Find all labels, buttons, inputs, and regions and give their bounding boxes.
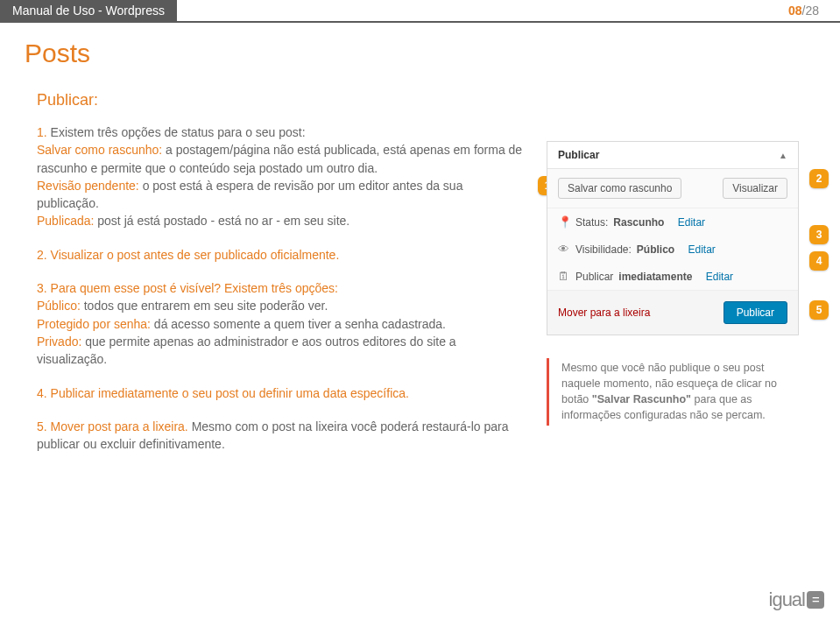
edit-status-link[interactable]: Editar <box>678 216 705 229</box>
panel-title: Publicar <box>558 149 599 161</box>
step-number: 4. <box>37 386 51 400</box>
callout-badge-3: 3 <box>809 225 829 244</box>
step-label: Mover post para a lixeira. <box>51 419 188 433</box>
step-number: 3. <box>37 281 51 295</box>
note-bold: "Salvar Rascunho" <box>592 393 691 405</box>
publish-value: imediatamente <box>618 271 692 283</box>
visibility-value: Público <box>637 243 674 256</box>
doc-title: Manual de Uso - Wordpress <box>0 0 177 23</box>
edit-visibility-link[interactable]: Editar <box>688 243 716 256</box>
save-draft-button[interactable]: Salvar como rascunho <box>558 178 681 199</box>
paragraph-4: 4. Publicar imediatamente o seu post ou … <box>37 384 527 402</box>
option-label: Salvar como rascunho: <box>37 143 162 157</box>
option-text: dá acesso somente a quem tiver a senha c… <box>151 317 446 331</box>
eye-icon: 👁 <box>558 243 570 256</box>
step-number: 1. <box>37 125 51 139</box>
pin-icon: 📍 <box>558 215 570 229</box>
callout-badge-2: 2 <box>809 169 829 188</box>
status-label: Status: <box>575 216 608 229</box>
step-text: Para quem esse post é visível? Existem t… <box>51 281 338 295</box>
page-current: 08 <box>788 4 802 18</box>
brand-icon: = <box>807 591 824 609</box>
option-label: Público: <box>37 299 81 313</box>
paragraph-1: 1. Existem três opções de status para o … <box>37 123 527 230</box>
schedule-row: 🗓 Publicar imediatamente Editar <box>547 263 798 290</box>
calendar-icon: 🗓 <box>558 270 570 283</box>
option-text: post já está postado - está no ar - em s… <box>94 214 349 228</box>
step-number: 2. <box>37 248 51 262</box>
option-text: todos que entrarem em seu site poderão v… <box>81 299 328 313</box>
step-text: Visualizar o post antes de ser publicado… <box>51 248 340 262</box>
panel-header[interactable]: Publicar ▲ <box>547 142 798 169</box>
brand-logo: igual= <box>769 588 824 611</box>
section-heading: Publicar: <box>37 91 815 109</box>
preview-button[interactable]: Visualizar <box>723 178 787 199</box>
option-label: Privado: <box>37 335 81 349</box>
paragraph-2: 2. Visualizar o post antes de ser public… <box>37 246 527 264</box>
brand-text: igual <box>769 588 805 610</box>
status-row: 📍 Status: Rascunho Editar <box>547 208 798 236</box>
status-value: Rascunho <box>613 216 664 229</box>
publish-button[interactable]: Publicar <box>724 301 787 324</box>
callout-badge-4: 4 <box>809 251 829 271</box>
option-label: Revisão pendente: <box>37 179 139 193</box>
page-number: 08/28 <box>788 4 819 18</box>
edit-schedule-link[interactable]: Editar <box>706 271 733 283</box>
chevron-up-icon: ▲ <box>779 151 787 160</box>
publish-label: Publicar <box>575 271 613 283</box>
page-total: /28 <box>802 4 819 18</box>
option-label: Publicada: <box>37 214 94 228</box>
option-label: Protegido por senha: <box>37 317 151 331</box>
paragraph-5: 5. Mover post para a lixeira. Mesmo com … <box>37 418 527 454</box>
move-to-trash-link[interactable]: Mover para a lixeira <box>558 306 650 319</box>
step-text: Publicar imediatamente o seu post ou def… <box>51 386 409 400</box>
visibility-label: Visibilidade: <box>575 243 632 256</box>
step-number: 5. <box>37 419 51 433</box>
page-title: Posts <box>25 39 815 68</box>
publish-panel: Publicar ▲ Salvar como rascunho Visualiz… <box>547 141 799 335</box>
visibility-row: 👁 Visibilidade: Público Editar <box>547 236 798 263</box>
tip-note: Mesmo que você não publique o seu post n… <box>547 358 801 426</box>
step-text: Existem três opções de status para o seu… <box>51 125 306 139</box>
paragraph-3: 3. Para quem esse post é visível? Existe… <box>37 279 527 368</box>
option-text: que permite apenas ao administrador e ao… <box>37 335 456 366</box>
header-divider <box>0 21 840 23</box>
callout-badge-5: 5 <box>809 300 829 320</box>
